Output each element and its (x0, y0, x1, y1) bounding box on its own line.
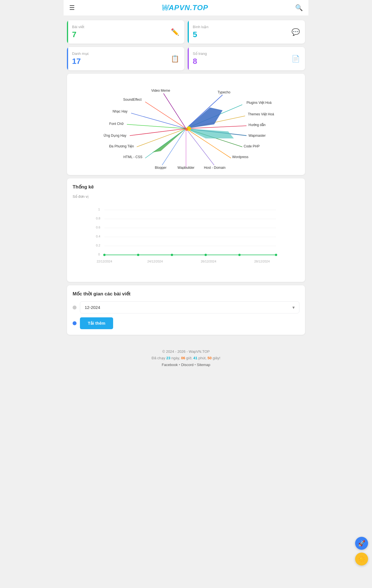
svg-text:0.6: 0.6 (96, 226, 100, 229)
footer-days: 23 (166, 356, 170, 360)
footer-seconds: 50 (208, 356, 212, 360)
load-more-button[interactable]: Tải thêm (80, 317, 113, 329)
timeline-dot-active (73, 321, 77, 325)
svg-line-14 (127, 124, 186, 129)
stat-value-danhmuc: 17 (72, 57, 89, 66)
label-fontchu: Font Chữ (109, 122, 124, 126)
svg-point-35 (205, 254, 207, 256)
svg-text:0.8: 0.8 (96, 217, 100, 220)
footer-links: Facebook • Discord • Sitemap (67, 362, 305, 368)
label-wapbuilder: Wapbuilder (178, 166, 194, 169)
svg-point-32 (103, 254, 106, 256)
radar-chart-card: Typecho Plugins Việt Hoá Themes Việt Hoá… (67, 74, 305, 175)
hamburger-icon[interactable]: ☰ (69, 4, 75, 12)
stat-label-baiviet: Bài viết (72, 25, 84, 29)
search-icon[interactable]: 🔍 (295, 4, 303, 12)
label-soundeffect: SoundEffect (123, 98, 142, 102)
svg-text:0.2: 0.2 (96, 244, 100, 247)
stat-card-sotrang: Số trang 8 📄 (188, 47, 305, 70)
thongke-card: Thống kê Số đơn vị 1 0.8 0.6 0.4 0.2 0 (67, 178, 305, 282)
site-logo[interactable]: WAPVN.TOP (162, 3, 208, 12)
line-chart-svg: 1 0.8 0.6 0.4 0.2 0 (73, 202, 299, 275)
thongke-title: Thống kê (73, 184, 299, 190)
page-icon: 📄 (292, 55, 300, 63)
stat-label-danhmuc: Danh mục (72, 51, 89, 56)
load-more-row: Tải thêm (73, 317, 299, 329)
svg-point-36 (238, 254, 241, 256)
label-wapmaster: Wapmaster (248, 134, 266, 138)
svg-text:1: 1 (98, 208, 100, 211)
label-host: Host - Domain (204, 166, 226, 169)
moc-thoi-gian-title: Mốc thời gian các bài viết (73, 291, 299, 297)
label-htmlcss: HTML - CSS (123, 155, 142, 159)
radar-chart-container: Typecho Plugins Việt Hoá Themes Việt Hoá… (73, 79, 299, 169)
label-typecho: Typecho (218, 90, 230, 94)
label-daphuongtien: Đa Phương Tiện (109, 144, 134, 148)
footer-copyright: © 2024 - 2026 - WapVN.TOP (67, 348, 305, 355)
stat-value-binhluan: 5 (193, 30, 209, 39)
label-nhachay: Nhạc Hay (113, 109, 127, 113)
footer-link-facebook[interactable]: Facebook (162, 363, 178, 367)
stats-row-2: Danh mục 17 📋 Số trang 8 📄 (67, 47, 305, 70)
main-content: Bài viết 7 ✏️ Bình luận 5 💬 Danh mục 17 … (64, 16, 308, 343)
footer-link-sitemap[interactable]: Sitemap (197, 363, 210, 367)
timeline-dot-inactive (73, 306, 77, 309)
svg-line-10 (162, 129, 186, 165)
month-select[interactable]: 12-2024 11-2024 10-2024 (80, 301, 299, 313)
label-ungdung: Ứng Dụng Hay (104, 134, 126, 138)
month-select-wrap: 12-2024 11-2024 10-2024 ▼ (80, 301, 299, 313)
svg-point-33 (137, 254, 139, 256)
svg-text:0.4: 0.4 (96, 235, 100, 238)
stat-label-binhluan: Bình luận (193, 25, 209, 29)
svg-line-16 (145, 102, 186, 129)
svg-text:0: 0 (98, 253, 100, 256)
label-blogger: Blogger (155, 166, 166, 169)
stat-label-sotrang: Số trang (193, 51, 207, 56)
x-label-2: 24/12/2024 (147, 260, 163, 263)
stats-row-1: Bài viết 7 ✏️ Bình luận 5 💬 (67, 20, 305, 44)
thongke-subtitle: Số đơn vị (73, 194, 299, 199)
footer-hours: 06 (181, 356, 185, 360)
x-label-3: 26/12/2024 (201, 260, 216, 263)
label-codephp: Code PHP (244, 144, 260, 148)
footer-minutes: 41 (193, 356, 197, 360)
label-videomeme: Video Meme (151, 89, 170, 93)
label-themes: Themes Việt Hoá (248, 112, 274, 116)
svg-line-12 (137, 129, 186, 147)
moc-thoi-gian-card: Mốc thời gian các bài viết 12-2024 11-20… (67, 285, 305, 335)
stat-card-binhluan: Bình luận 5 💬 (188, 20, 305, 44)
stat-card-danhmuc: Danh mục 17 📋 (67, 47, 184, 70)
radar-chart-svg: Typecho Plugins Việt Hoá Themes Việt Hoá… (93, 79, 279, 169)
footer: © 2024 - 2026 - WapVN.TOP Đã chạy 23 ngà… (64, 343, 308, 376)
header: ☰ WAPVN.TOP 🔍 (64, 0, 308, 16)
label-wordpress: Wordpress (232, 155, 248, 159)
label-huongdan: Hướng dẫn (248, 123, 266, 127)
stat-value-baiviet: 7 (72, 30, 84, 39)
label-plugins: Plugins Việt Hoá (246, 101, 272, 105)
x-label-1: 22/12/2024 (97, 260, 112, 263)
timeline-controls: 12-2024 11-2024 10-2024 ▼ (73, 301, 299, 313)
footer-runtime: Đã chạy 23 ngày, 06 giờ, 41 phút, 50 giâ… (67, 355, 305, 361)
line-chart-wrap: 1 0.8 0.6 0.4 0.2 0 (73, 202, 299, 276)
svg-point-37 (275, 254, 277, 256)
svg-point-34 (171, 254, 173, 256)
stat-card-baiviet: Bài viết 7 ✏️ (67, 20, 184, 44)
x-label-4: 28/12/2024 (254, 260, 270, 263)
chat-icon: 💬 (292, 28, 300, 36)
svg-point-19 (185, 128, 188, 131)
footer-link-discord[interactable]: Discord (181, 363, 194, 367)
list-icon: 📋 (171, 55, 179, 63)
stat-value-sotrang: 8 (193, 57, 207, 66)
pencil-icon: ✏️ (171, 28, 179, 36)
